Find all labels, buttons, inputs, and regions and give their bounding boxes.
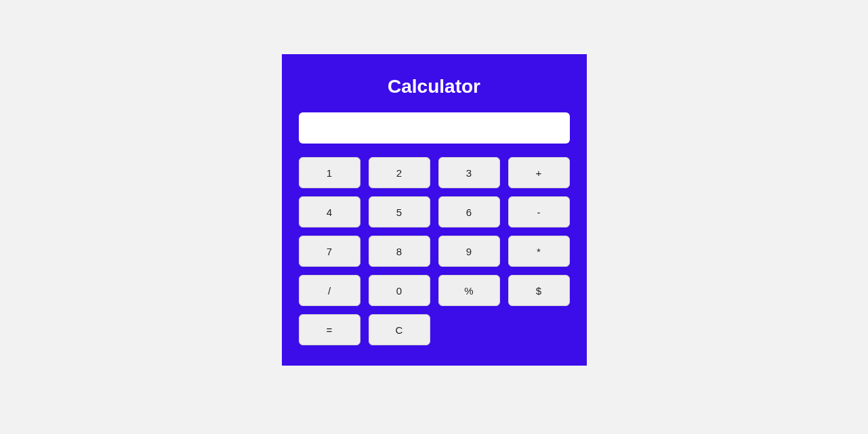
button-minus[interactable]: - [508, 196, 570, 227]
display-input[interactable] [299, 112, 570, 144]
button-8[interactable]: 8 [369, 236, 430, 267]
button-4[interactable]: 4 [299, 196, 360, 227]
button-percent[interactable]: % [438, 275, 500, 306]
button-1[interactable]: 1 [299, 157, 360, 188]
button-6[interactable]: 6 [438, 196, 500, 227]
calculator-panel: Calculator 1 2 3 + 4 5 6 - 7 8 9 * / 0 %… [282, 54, 587, 366]
button-7[interactable]: 7 [299, 236, 360, 267]
button-dollar[interactable]: $ [508, 275, 570, 306]
button-equals[interactable]: = [299, 314, 360, 345]
button-multiply[interactable]: * [508, 236, 570, 267]
button-clear[interactable]: C [369, 314, 430, 345]
button-2[interactable]: 2 [369, 157, 430, 188]
button-plus[interactable]: + [508, 157, 570, 188]
button-5[interactable]: 5 [369, 196, 430, 227]
button-9[interactable]: 9 [438, 236, 500, 267]
calculator-title: Calculator [299, 76, 570, 97]
button-grid: 1 2 3 + 4 5 6 - 7 8 9 * / 0 % $ = C [299, 157, 570, 345]
button-0[interactable]: 0 [369, 275, 430, 306]
button-3[interactable]: 3 [438, 157, 500, 188]
button-divide[interactable]: / [299, 275, 360, 306]
